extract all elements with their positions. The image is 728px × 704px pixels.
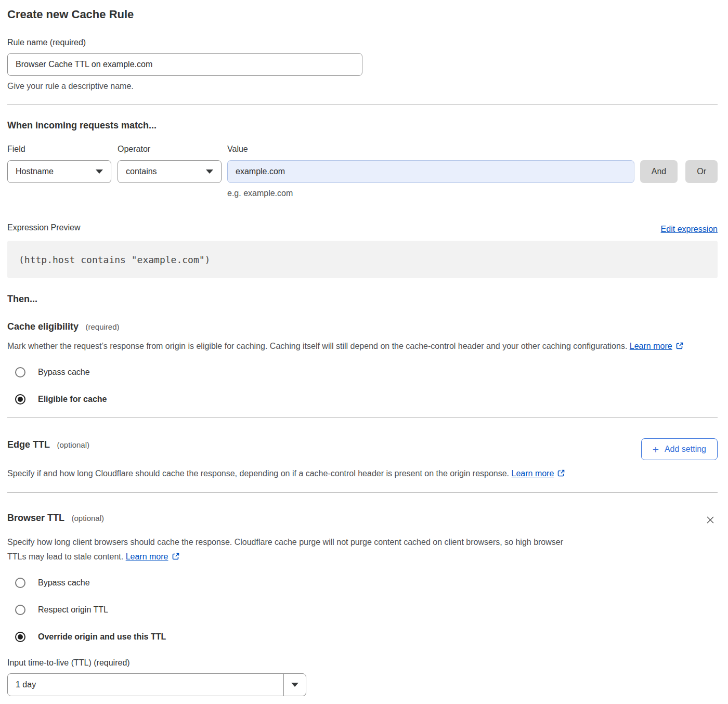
cache-eligibility-description-text: Mark whether the request’s response from…: [7, 342, 627, 350]
section-divider: [7, 492, 718, 493]
ttl-select-caret-segment[interactable]: [283, 674, 306, 696]
browser-ttl-description-text: Specify how long client browsers should …: [7, 538, 563, 561]
browser-ttl-qualifier: (optional): [71, 514, 104, 523]
cache-eligibility-title-row: Cache eligibility (required): [7, 320, 718, 333]
radio-icon-selected: [15, 632, 25, 642]
external-link-icon: [557, 469, 565, 477]
operator-select[interactable]: contains: [118, 160, 222, 183]
then-heading: Then...: [7, 293, 718, 305]
field-label: Field: [7, 143, 111, 155]
radio-label: Eligible for cache: [38, 393, 107, 406]
browser-ttl-title-row: Browser TTL (optional): [7, 512, 104, 524]
browser-ttl-radio-group: Bypass cache Respect origin TTL Override…: [7, 577, 718, 643]
and-button[interactable]: And: [640, 160, 678, 183]
browser-ttl-header: Browser TTL (optional): [7, 512, 718, 529]
match-heading: When incoming requests match...: [7, 119, 718, 132]
expression-code: (http.host contains "example.com"): [19, 254, 210, 265]
page-title: Create new Cache Rule: [7, 8, 718, 21]
expression-preview-box: (http.host contains "example.com"): [7, 241, 718, 278]
radio-respect-origin-ttl[interactable]: Respect origin TTL: [15, 604, 718, 616]
expression-header: Expression Preview Edit expression: [7, 221, 718, 234]
cache-eligibility-qualifier: (required): [86, 322, 120, 331]
radio-bypass-cache[interactable]: Bypass cache: [15, 577, 718, 589]
learn-more-link[interactable]: Learn more: [630, 342, 672, 350]
remove-browser-ttl-button[interactable]: [703, 513, 718, 529]
rule-name-input[interactable]: [7, 53, 362, 76]
radio-override-origin-ttl[interactable]: Override origin and use this TTL: [15, 631, 718, 643]
edit-expression-link[interactable]: Edit expression: [661, 225, 718, 234]
edge-ttl-header: Edge TTL (optional) + Add setting: [7, 438, 718, 460]
browser-ttl-description: Specify how long client browsers should …: [7, 535, 582, 564]
edge-ttl-title: Edge TTL: [7, 439, 50, 450]
cache-eligibility-section: Cache eligibility (required) Mark whethe…: [7, 320, 718, 406]
radio-eligible-for-cache[interactable]: Eligible for cache: [15, 393, 718, 406]
value-label: Value: [227, 143, 634, 155]
chevron-down-icon: [96, 170, 103, 174]
ttl-input-group: Input time-to-live (TTL) (required) 1 da…: [7, 657, 718, 696]
field-select[interactable]: Hostname: [7, 160, 111, 183]
external-link-icon: [675, 342, 684, 350]
cache-eligibility-title: Cache eligibility: [7, 321, 79, 332]
radio-label: Bypass cache: [38, 577, 90, 589]
rule-name-label: Rule name (required): [7, 36, 718, 49]
section-divider: [7, 417, 718, 418]
condition-row: Field Hostname Operator contains Value e…: [7, 143, 718, 200]
edge-ttl-title-row: Edge TTL (optional): [7, 438, 89, 451]
cache-eligibility-description: Mark whether the request’s response from…: [7, 339, 718, 354]
radio-icon-selected: [15, 394, 25, 405]
add-setting-button[interactable]: + Add setting: [641, 438, 718, 460]
field-select-value: Hostname: [16, 167, 54, 176]
expression-preview-label: Expression Preview: [7, 221, 81, 234]
value-help: e.g. example.com: [227, 187, 634, 200]
radio-icon: [15, 578, 25, 588]
chevron-down-icon: [206, 170, 213, 174]
learn-more-link[interactable]: Learn more: [512, 469, 554, 478]
radio-bypass-cache[interactable]: Bypass cache: [15, 366, 718, 379]
edge-ttl-section: Edge TTL (optional) + Add setting Specif…: [7, 438, 718, 481]
operator-select-value: contains: [126, 167, 157, 176]
value-input[interactable]: [227, 160, 634, 183]
radio-label: Override origin and use this TTL: [38, 631, 166, 643]
radio-label: Bypass cache: [38, 366, 90, 379]
operator-label: Operator: [118, 143, 222, 155]
field-column: Field Hostname: [7, 143, 111, 183]
ttl-label: Input time-to-live (TTL) (required): [7, 657, 718, 669]
browser-ttl-section: Browser TTL (optional) Specify how long …: [7, 512, 718, 696]
section-divider: [7, 104, 718, 105]
create-cache-rule-form: Create new Cache Rule Rule name (require…: [0, 0, 728, 704]
edge-ttl-qualifier: (optional): [57, 440, 89, 449]
or-button[interactable]: Or: [685, 160, 718, 183]
learn-more-link[interactable]: Learn more: [126, 552, 168, 561]
cache-eligibility-radio-group: Bypass cache Eligible for cache: [7, 366, 718, 406]
chevron-down-icon: [291, 683, 298, 687]
and-or-buttons: And Or: [634, 143, 718, 183]
radio-icon: [15, 367, 25, 377]
add-setting-label: Add setting: [665, 445, 706, 454]
radio-icon: [15, 605, 25, 615]
rule-name-help: Give your rule a descriptive name.: [7, 80, 718, 93]
close-icon: [705, 515, 716, 525]
ttl-select-value: 1 day: [8, 674, 283, 696]
edge-ttl-description-text: Specify if and how long Cloudflare shoul…: [7, 469, 509, 478]
rule-name-group: Rule name (required) Give your rule a de…: [7, 36, 718, 93]
external-link-icon: [172, 552, 180, 560]
ttl-select[interactable]: 1 day: [7, 673, 306, 696]
plus-icon: +: [653, 444, 659, 455]
radio-label: Respect origin TTL: [38, 604, 108, 616]
value-column: Value e.g. example.com: [227, 143, 634, 200]
edge-ttl-description: Specify if and how long Cloudflare shoul…: [7, 466, 590, 481]
browser-ttl-title: Browser TTL: [7, 513, 64, 523]
operator-column: Operator contains: [118, 143, 222, 183]
